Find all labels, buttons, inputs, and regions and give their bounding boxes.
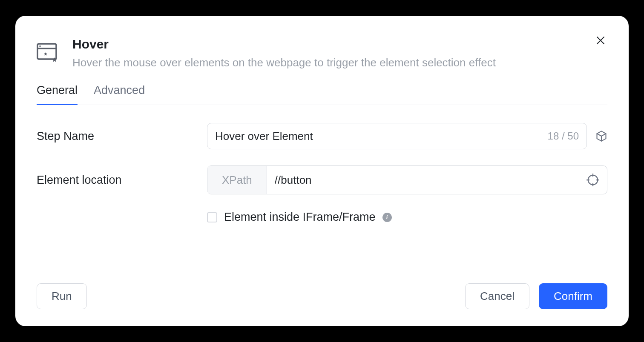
close-icon <box>595 35 606 46</box>
confirm-button[interactable]: Confirm <box>539 283 607 309</box>
variable-icon[interactable] <box>595 130 607 142</box>
step-name-label: Step Name <box>37 130 207 143</box>
close-button[interactable] <box>594 34 607 47</box>
cancel-button[interactable]: Cancel <box>465 283 529 309</box>
step-name-input[interactable] <box>215 130 548 143</box>
element-location-input-wrapper: XPath <box>207 165 607 194</box>
hover-config-modal: Hover Hover the mouse over elements on t… <box>15 16 629 326</box>
modal-subtitle: Hover the mouse over elements on the web… <box>72 55 607 70</box>
modal-header: Hover Hover the mouse over elements on t… <box>37 37 607 70</box>
xpath-selector-prefix[interactable]: XPath <box>207 166 267 194</box>
modal-title: Hover <box>72 37 607 51</box>
footer-right: Cancel Confirm <box>465 283 607 309</box>
element-location-control: XPath <box>207 165 607 194</box>
target-picker-icon[interactable] <box>586 174 599 186</box>
tab-general[interactable]: General <box>37 84 78 105</box>
element-location-row: Element location XPath <box>37 165 607 194</box>
run-button[interactable]: Run <box>37 283 87 309</box>
step-name-input-wrapper: 18 / 50 <box>207 123 587 149</box>
element-location-label: Element location <box>37 174 207 187</box>
modal-footer: Run Cancel Confirm <box>37 283 607 309</box>
step-name-control: 18 / 50 <box>207 123 607 149</box>
iframe-checkbox-row: Element inside IFrame/Frame i <box>207 211 607 224</box>
step-name-char-count: 18 / 50 <box>548 130 579 142</box>
iframe-checkbox[interactable] <box>207 212 217 222</box>
svg-point-4 <box>39 46 41 47</box>
info-icon[interactable]: i <box>382 213 392 222</box>
step-name-row: Step Name 18 / 50 <box>37 123 607 149</box>
element-location-input[interactable] <box>267 166 586 194</box>
tabs: General Advanced <box>37 84 607 105</box>
hover-window-icon <box>37 41 60 65</box>
header-text: Hover Hover the mouse over elements on t… <box>72 37 607 70</box>
tab-advanced[interactable]: Advanced <box>94 84 145 105</box>
iframe-checkbox-label: Element inside IFrame/Frame <box>224 211 376 224</box>
